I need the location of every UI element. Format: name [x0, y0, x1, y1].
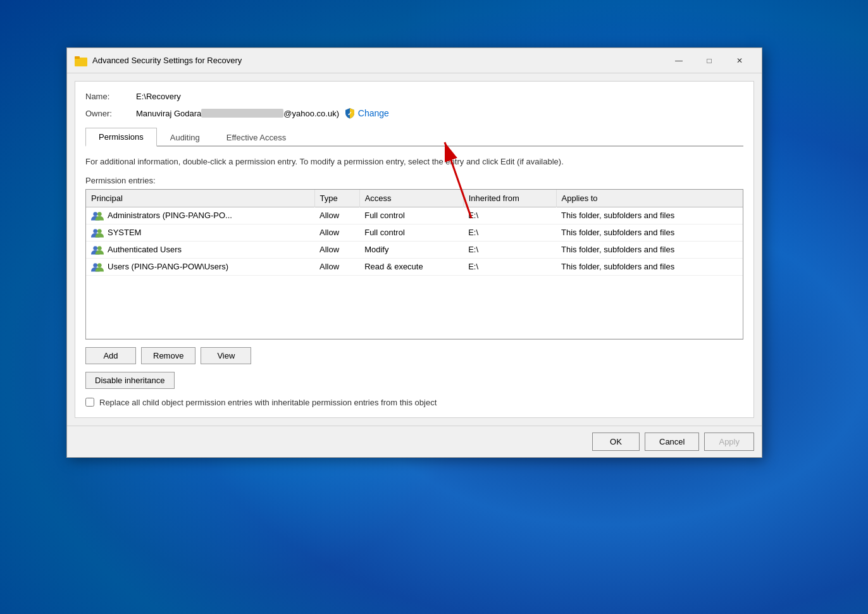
remove-button[interactable]: Remove [141, 347, 195, 364]
user-group-icon [91, 211, 104, 221]
access-cell: Read & execute [359, 258, 463, 275]
owner-label: Owner: [85, 109, 136, 118]
applies-cell: This folder, subfolders and files [556, 224, 743, 241]
change-link[interactable]: ✓ Change [344, 107, 389, 119]
col-principal: Principal [86, 190, 314, 207]
principal-name: Authenticated Users [108, 245, 182, 254]
inherited-cell: E:\ [463, 258, 556, 275]
permissions-table: Principal Type Access Inherited from App… [86, 190, 743, 339]
permissions-table-wrapper: Principal Type Access Inherited from App… [85, 189, 743, 340]
title-bar: Advanced Security Settings for Recovery … [67, 48, 762, 73]
type-cell: Allow [314, 224, 359, 241]
table-row[interactable]: Administrators (PING-PANG-PO... Allow Fu… [86, 207, 743, 224]
view-button[interactable]: View [201, 347, 251, 364]
owner-row: Owner: Manuviraj Godara @yahoo.co.uk) ✓ … [85, 107, 743, 119]
minimize-button[interactable]: — [664, 51, 693, 71]
shield-uac-icon: ✓ [344, 107, 356, 119]
user-group-icon [91, 245, 104, 255]
applies-cell: This folder, subfolders and files [556, 258, 743, 275]
svg-point-4 [93, 212, 97, 216]
maximize-button[interactable]: □ [695, 51, 724, 71]
table-row[interactable]: SYSTEM Allow Full control E:\ This folde… [86, 224, 743, 241]
svg-point-11 [97, 263, 102, 267]
replace-checkbox-label: Replace all child object permission entr… [99, 398, 437, 407]
user-group-icon [91, 262, 104, 272]
access-cell: Full control [359, 207, 463, 224]
type-cell: Allow [314, 241, 359, 258]
replace-checkbox-row: Replace all child object permission entr… [85, 398, 743, 407]
cancel-button[interactable]: Cancel [645, 433, 699, 451]
svg-point-10 [93, 263, 97, 267]
dialog-footer: OK Cancel Apply [67, 426, 762, 457]
col-inherited: Inherited from [463, 190, 556, 207]
change-label: Change [358, 108, 389, 118]
inherited-cell: E:\ [463, 241, 556, 258]
principal-name: Administrators (PING-PANG-PO... [108, 211, 232, 220]
close-button[interactable]: ✕ [725, 51, 754, 71]
name-row: Name: E:\Recovery [85, 92, 743, 101]
section-label: Permission entries: [85, 176, 743, 185]
dialog-window: Advanced Security Settings for Recovery … [66, 47, 762, 458]
ok-button[interactable]: OK [592, 433, 640, 451]
svg-rect-2 [75, 56, 80, 59]
empty-row [86, 275, 743, 338]
svg-text:✓: ✓ [347, 111, 352, 117]
svg-point-5 [97, 212, 102, 216]
name-label: Name: [85, 92, 136, 101]
col-access: Access [359, 190, 463, 207]
principal-name: Users (PING-PANG-POW\Users) [108, 262, 228, 271]
owner-email-suffix: @yahoo.co.uk) [283, 109, 339, 118]
name-value: E:\Recovery [136, 92, 181, 101]
replace-checkbox[interactable] [85, 398, 94, 407]
dialog-content: Name: E:\Recovery Owner: Manuviraj Godar… [75, 81, 754, 418]
description-text: For additional information, double-click… [85, 156, 743, 168]
table-row[interactable]: Authenticated Users Allow Modify E:\ Thi… [86, 241, 743, 258]
col-type: Type [314, 190, 359, 207]
owner-name: Manuviraj Godara [136, 109, 201, 118]
access-cell: Full control [359, 224, 463, 241]
svg-point-7 [97, 229, 102, 233]
type-cell: Allow [314, 207, 359, 224]
col-applies: Applies to [556, 190, 743, 207]
applies-cell: This folder, subfolders and files [556, 207, 743, 224]
apply-button[interactable]: Apply [704, 433, 754, 451]
table-header: Principal Type Access Inherited from App… [86, 190, 743, 207]
applies-cell: This folder, subfolders and files [556, 241, 743, 258]
svg-point-8 [93, 246, 97, 250]
table-row[interactable]: Users (PING-PANG-POW\Users) Allow Read &… [86, 258, 743, 275]
tab-permissions[interactable]: Permissions [85, 128, 157, 147]
user-group-icon [91, 228, 104, 238]
action-buttons-row: Add Remove View [85, 347, 743, 364]
svg-point-6 [93, 229, 97, 233]
inherited-cell: E:\ [463, 224, 556, 241]
folder-icon [75, 54, 87, 67]
tabs-container: Permissions Auditing Effective Access [85, 128, 743, 147]
principal-name: SYSTEM [108, 228, 141, 237]
type-cell: Allow [314, 258, 359, 275]
table-body: Administrators (PING-PANG-PO... Allow Fu… [86, 207, 743, 338]
add-button[interactable]: Add [85, 347, 136, 364]
inherited-cell: E:\ [463, 207, 556, 224]
dialog-title: Advanced Security Settings for Recovery [92, 56, 664, 65]
tab-effective-access[interactable]: Effective Access [213, 128, 299, 147]
disable-inheritance-button[interactable]: Disable inheritance [85, 372, 175, 389]
svg-point-9 [97, 246, 102, 250]
tab-auditing[interactable]: Auditing [157, 128, 213, 147]
title-controls: — □ ✕ [664, 51, 754, 71]
access-cell: Modify [359, 241, 463, 258]
owner-email-blur [201, 109, 283, 118]
